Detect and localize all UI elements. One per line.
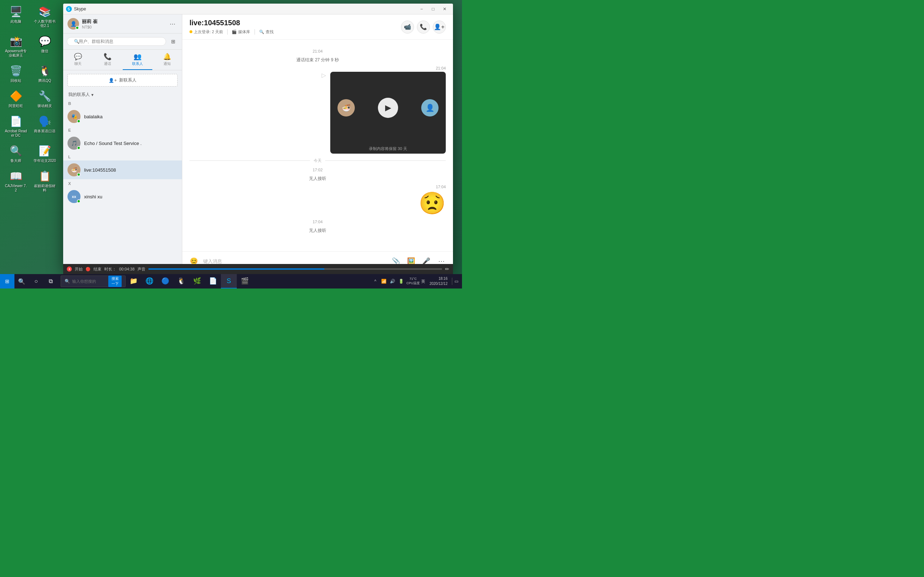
taskbar-app-skype[interactable]: S — [221, 274, 237, 288]
taskbar-search-input[interactable] — [72, 279, 108, 284]
desktop: 🖥️ 此电脑 📚 个人数字图书馆2.1 📸 Apowersoft专业截屏王 💬 … — [0, 0, 462, 288]
skype-taskbar-icon: S — [227, 277, 231, 285]
emoji-message: 😟 — [419, 190, 446, 216]
tab-contacts[interactable]: 👥 联系人 — [123, 50, 152, 70]
desktop-icon-computer[interactable]: 🖥️ 此电脑 — [3, 3, 29, 29]
user-name: 丽莉 崔 — [82, 18, 97, 25]
stop-label: 结束 — [94, 266, 102, 272]
taskbar-cortana-button[interactable]: ○ — [29, 274, 43, 288]
record-indicator: ⏸ — [67, 266, 72, 272]
pen-icon[interactable]: ✏ — [445, 266, 449, 272]
recording-progress-fill — [149, 268, 325, 270]
video-message: 🍜 ▶ 👤 录制内容将保留 30 天 — [330, 72, 446, 154]
taskbar-search-button[interactable]: 搜索一下 — [108, 276, 122, 287]
contacts-tab-label: 联系人 — [132, 61, 143, 66]
desktop-icon-ludashi[interactable]: 🔍 鲁大师 — [3, 142, 29, 164]
desktop-icon-thesis[interactable]: 📝 学年论文2020 — [32, 142, 58, 164]
user-avatar[interactable]: 👤 — [68, 18, 79, 29]
contact-item-echo[interactable]: 🎵 Echo / Sound Test Service . — [63, 134, 182, 153]
network-icon[interactable]: 📶 — [380, 278, 388, 285]
contact-list: B 🎭 balalaika E — [63, 99, 182, 271]
user-info: 👤 丽莉 崔 NT$0 — [68, 18, 97, 29]
message-input[interactable] — [203, 259, 386, 264]
taskbar-search-bar[interactable]: 🔍 搜索一下 — [61, 276, 126, 287]
taskbar-app-acrobat[interactable]: 📄 — [205, 274, 221, 288]
taskbar-apps: 🔍 搜索一下 📁 🌐 🔵 🐧 🌿 📄 S — [58, 274, 372, 288]
msg-timestamp-video: 21:04 — [436, 66, 446, 70]
sidebar-header: 👤 丽莉 崔 NT$0 ⋯ — [63, 15, 182, 34]
add-contact-header-button[interactable]: 👤+ — [433, 21, 446, 34]
taskbar-app-app5[interactable]: 🌿 — [189, 274, 205, 288]
language-indicator[interactable]: 英 — [421, 279, 425, 284]
qq-label: 腾讯QQ — [38, 79, 51, 83]
taskbar-multitask-button[interactable]: ⧉ — [43, 274, 58, 288]
search-wrap: 🔍 — [67, 37, 166, 46]
user-details: 丽莉 崔 NT$0 — [82, 18, 97, 29]
desktop-icon-wechat[interactable]: 💬 微信 — [32, 32, 58, 59]
chat-tab-label: 聊天 — [74, 61, 82, 66]
tab-notifications[interactable]: 🔔 通知 — [152, 50, 182, 70]
desktop-icon-aliww[interactable]: 🔶 阿里旺旺 — [3, 87, 29, 110]
voice-call-button[interactable]: 📞 — [417, 21, 430, 34]
skype-logo: S — [66, 6, 72, 12]
meta-media[interactable]: 🎬 媒体库 — [232, 29, 250, 35]
more-options-button[interactable]: ⋯ — [168, 19, 178, 29]
contact-item-balalaika[interactable]: 🎭 balalaika — [63, 107, 182, 126]
taskbar-app-qq[interactable]: 🐧 — [173, 274, 189, 288]
taskbar-time-display: 18:16 — [430, 276, 447, 281]
minimize-button[interactable]: − — [416, 5, 427, 13]
sound-icon[interactable]: 🔊 — [389, 278, 396, 285]
taskbar-datetime[interactable]: 18:16 2020/12/12 — [426, 276, 451, 286]
contact-item-live[interactable]: 🍜 live:104551508 — [63, 161, 182, 179]
battery-icon[interactable]: 🔋 — [398, 278, 405, 285]
tab-calls[interactable]: 📞 通话 — [93, 50, 122, 70]
messages-container: 21:04 通话结束 27 分钟 9 秒 21:04 ▷ 🍜 ▶ 👤 — [182, 40, 453, 251]
tab-chat[interactable]: 💬 聊天 — [63, 50, 93, 70]
video-play-button[interactable]: ▶ — [378, 98, 398, 118]
apowersoft-icon: 📸 — [9, 34, 23, 48]
search-bar: 🔍 ⊞ — [63, 34, 182, 50]
desktop-icon-qq[interactable]: 🐧 腾讯QQ — [32, 62, 58, 84]
grid-view-button[interactable]: ⊞ — [168, 36, 178, 47]
chat-header-info: live:104551508 上次登录: 2 天前 | 🎬 媒体库 — [189, 19, 274, 35]
taskbar-app-chrome[interactable]: 🔵 — [157, 274, 173, 288]
recording-time: 00:04:38 — [119, 267, 135, 271]
contact-item-xinshi[interactable]: xx xinshi xu — [63, 187, 182, 206]
new-contact-button[interactable]: 👤+ 新联系人 — [68, 74, 178, 87]
contact-name-balalaika: balalaika — [84, 114, 102, 119]
section-header-b: B — [63, 99, 182, 107]
desktop-icon-library[interactable]: 📚 个人数字图书馆2.1 — [32, 3, 58, 29]
desktop-icon-english[interactable]: 🗣️ 商务英语口语 — [32, 113, 58, 139]
search-input[interactable] — [67, 37, 166, 46]
video-avatar-right: 👤 — [421, 99, 439, 116]
desktop-icon-acrobat[interactable]: 📄 Acrobat Reader DC — [3, 113, 29, 139]
desktop-icons: 🖥️ 此电脑 📚 个人数字图书馆2.1 📸 Apowersoft专业截屏王 💬 … — [3, 3, 58, 194]
start-button[interactable]: ⊞ — [0, 274, 15, 288]
desktop-icon-leave[interactable]: 📋 崔丽莉请假材料 — [32, 167, 58, 194]
new-contact-label: 新联系人 — [119, 77, 136, 83]
show-desktop-button[interactable]: ▭ — [452, 278, 459, 285]
contact-name-xinshi: xinshi xu — [84, 194, 102, 200]
caj-label: CAJViewer 7.2 — [4, 184, 27, 193]
leave-label: 崔丽莉请假材料 — [33, 184, 56, 193]
status-dot-live — [77, 173, 81, 176]
apowersoft-label: Apowersoft专业截屏王 — [4, 49, 27, 58]
forward-icon[interactable]: ▷ — [321, 72, 326, 79]
my-contacts-header[interactable]: 我的联系人 ▾ — [63, 90, 182, 99]
close-button[interactable]: ✕ — [439, 5, 450, 13]
meta-search[interactable]: 🔍 查找 — [259, 29, 274, 35]
taskbar-app-video[interactable]: 🎬 — [237, 274, 253, 288]
msg-no-answer-1704: 无人接听 — [189, 227, 446, 234]
taskbar-app-edge[interactable]: 🌐 — [142, 274, 157, 288]
desktop-icon-apowersoft[interactable]: 📸 Apowersoft专业截屏王 — [3, 32, 29, 59]
desktop-icon-caj[interactable]: 📖 CAJViewer 7.2 — [3, 167, 29, 194]
search-icon: 🔍 — [74, 39, 79, 44]
taskbar-app-explorer[interactable]: 📁 — [126, 274, 142, 288]
maximize-button[interactable]: □ — [428, 5, 439, 13]
recycle-label: 回收站 — [10, 79, 21, 83]
desktop-icon-recycle[interactable]: 🗑️ 回收站 — [3, 62, 29, 84]
taskbar-search-icon[interactable]: 🔍 — [15, 274, 29, 288]
desktop-icon-driver[interactable]: 🔧 驱动精灵 — [32, 87, 58, 110]
video-call-button[interactable]: 📹 — [401, 21, 414, 34]
tray-arrow[interactable]: ^ — [372, 278, 379, 285]
